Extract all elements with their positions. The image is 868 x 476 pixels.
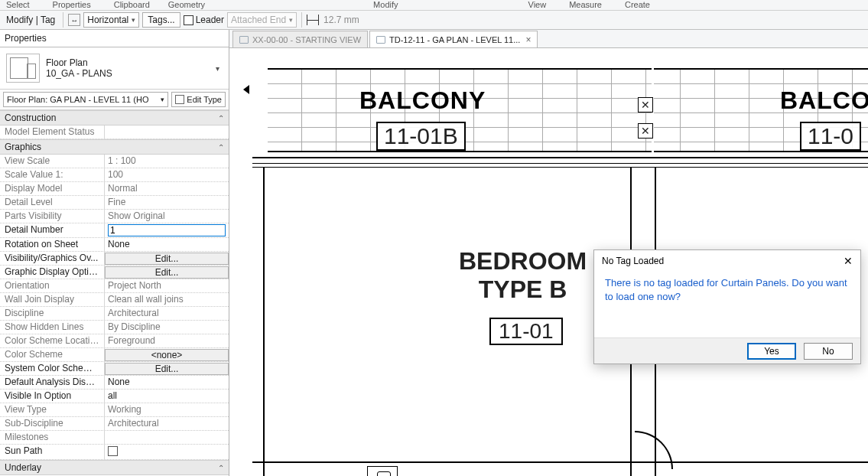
collapse-icon: ⌃ — [218, 464, 224, 472]
prop-sub-discipline[interactable]: Sub-Discipline Architectural — [0, 417, 229, 431]
room-label-balcony: BALCONY — [359, 86, 486, 115]
balcony-wall-hatch — [268, 68, 868, 152]
mode-label: Modify | Tag — [3, 13, 58, 27]
graphic-display-edit-button[interactable]: Edit... — [105, 266, 229, 279]
prop-milestones[interactable]: Milestones — [0, 431, 229, 445]
properties-title-bar: Properties × — [0, 30, 229, 47]
edit-type-icon — [175, 95, 184, 104]
detail-number-input[interactable] — [108, 224, 226, 236]
leader-length-icon — [307, 15, 319, 25]
chevron-down-icon: ▾ — [161, 96, 164, 103]
room-tag-11-01b: 11-01B — [376, 122, 466, 151]
prop-wall-join[interactable]: Wall Join Display Clean all wall joins — [0, 293, 229, 307]
floor-plan-icon — [6, 54, 40, 83]
properties-title: Properties — [5, 33, 47, 44]
properties-panel: Properties × Floor Plan 10_GA - PLANS ▾ … — [0, 30, 229, 476]
orientation-value: Horizontal — [87, 15, 128, 25]
type-family: Floor Plan — [46, 57, 206, 68]
type-name: 10_GA - PLANS — [46, 68, 206, 79]
type-selector[interactable]: Floor Plan 10_GA - PLANS ▾ — [0, 47, 229, 90]
instance-row: Floor Plan: GA PLAN - LEVEL 11 (HO ▾ Edi… — [0, 90, 229, 110]
dialog-title-bar[interactable]: No Tag Loaded ✕ — [594, 250, 860, 272]
prop-graphic-display[interactable]: Graphic Display Optio... Edit... — [0, 266, 229, 279]
leader-checkbox[interactable]: Leader — [184, 12, 224, 28]
view-icon — [376, 36, 385, 44]
room-label-bedroom: BEDROOM TYPE B — [459, 247, 587, 304]
options-bar: Modify | Tag ↔ Horizontal ▾ Tags... Lead… — [0, 10, 868, 30]
group-underlay[interactable]: Underlay ⌃ — [0, 460, 229, 475]
ribbon-panel-create: Create — [625, 0, 650, 9]
prop-sun-path[interactable]: Sun Path — [0, 445, 229, 460]
prop-detail-number[interactable]: Detail Number — [0, 223, 229, 238]
prop-detail-level[interactable]: Detail Level Fine — [0, 196, 229, 210]
instance-selector[interactable]: Floor Plan: GA PLAN - LEVEL 11 (HO ▾ — [3, 92, 168, 107]
close-icon[interactable]: × — [525, 34, 531, 45]
edit-type-button[interactable]: Edit Type — [171, 92, 226, 107]
ribbon-panel-modify: Modify — [373, 0, 398, 9]
orientation-toggle-icon[interactable]: ↔ — [68, 14, 80, 26]
prop-rotation-on-sheet[interactable]: Rotation on Sheet None — [0, 238, 229, 252]
prop-discipline[interactable]: Discipline Architectural — [0, 307, 229, 321]
sun-path-checkbox[interactable] — [108, 446, 118, 456]
close-icon[interactable]: ✕ — [844, 255, 853, 267]
collapse-icon: ⌃ — [218, 143, 224, 152]
dialog-footer: Yes No — [594, 337, 860, 364]
collapse-icon: ⌃ — [218, 114, 224, 122]
chevron-down-icon: ▾ — [213, 61, 223, 76]
prop-display-model[interactable]: Display Model Normal — [0, 182, 229, 196]
system-color-edit-button[interactable]: Edit... — [105, 363, 229, 375]
vg-edit-button[interactable]: Edit... — [105, 253, 229, 265]
ribbon-panel-select: Select — [6, 0, 30, 9]
prop-view-scale[interactable]: View Scale 1 : 100 — [0, 155, 229, 168]
chevron-down-icon: ▾ — [132, 16, 135, 24]
ribbon-panel-properties: Properties — [53, 0, 91, 9]
tags-button[interactable]: Tags... — [142, 12, 180, 28]
prop-view-type[interactable]: View Type Working — [0, 403, 229, 417]
prop-visible-in-option[interactable]: Visible In Option all — [0, 390, 229, 403]
ribbon-panel-measure: Measure — [569, 0, 602, 9]
prop-show-hidden-lines[interactable]: Show Hidden Lines By Discipline — [0, 321, 229, 334]
wall-line — [252, 461, 868, 463]
dialog-title: No Tag Loaded — [602, 256, 664, 266]
room-label-balcony-2: BALCO — [780, 86, 868, 115]
group-construction[interactable]: Construction ⌃ — [0, 110, 229, 126]
prop-parts-visibility[interactable]: Parts Visibility Show Original — [0, 210, 229, 223]
structural-marker-icon — [638, 97, 653, 112]
no-button[interactable]: No — [804, 343, 853, 360]
wall-line — [263, 168, 265, 476]
prop-model-element-status[interactable]: Model Element Status — [0, 126, 229, 139]
room-tag-11-01b-2: 11-0 — [800, 122, 861, 151]
ribbon-panel-clipboard: Clipboard — [114, 0, 150, 9]
structural-marker-icon — [638, 123, 653, 139]
dialog-message: There is no tag loaded for Curtain Panel… — [594, 272, 860, 337]
leader-length-value: 12.7 mm — [323, 15, 359, 25]
ribbon-panel-labels: Select Properties Clipboard Geometry Mod… — [0, 0, 868, 10]
door-swing-arc — [597, 431, 673, 476]
tab-starting-view[interactable]: XX-00-00 - STARTING VIEW — [232, 31, 368, 47]
prop-orientation[interactable]: Orientation Project North — [0, 279, 229, 293]
prop-system-color-schemes[interactable]: System Color Schemes Edit... — [0, 362, 229, 376]
group-graphics[interactable]: Graphics ⌃ — [0, 139, 229, 155]
no-tag-loaded-dialog: No Tag Loaded ✕ There is no tag loaded f… — [593, 249, 861, 364]
tab-ga-plan-level-11[interactable]: TD-12-11 - GA PLAN - LEVEL 11... × — [369, 31, 538, 47]
room-tag-11-01: 11-01 — [489, 318, 563, 345]
color-scheme-button[interactable]: <none> — [105, 349, 229, 361]
orientation-dropdown[interactable]: Horizontal ▾ — [83, 12, 139, 28]
view-tabs: XX-00-00 - STARTING VIEW TD-12-11 - GA P… — [229, 30, 868, 48]
attached-end-dropdown: Attached End ▾ — [227, 12, 297, 28]
checkbox-icon — [184, 15, 193, 25]
ribbon-panel-view: View — [528, 0, 547, 9]
ribbon-panel-geometry: Geometry — [168, 0, 205, 9]
prop-color-scheme-location[interactable]: Color Scheme Location Foreground — [0, 334, 229, 348]
prop-default-analysis-display[interactable]: Default Analysis Displ... None — [0, 376, 229, 390]
prop-color-scheme[interactable]: Color Scheme <none> — [0, 348, 229, 362]
floor-slab-line — [252, 157, 868, 168]
yes-button[interactable]: Yes — [747, 343, 796, 360]
view-icon — [239, 36, 249, 44]
prop-scale-value[interactable]: Scale Value 1: 100 — [0, 168, 229, 182]
section-marker-icon — [243, 85, 249, 94]
prop-visibility-graphics[interactable]: Visibility/Graphics Ov... Edit... — [0, 252, 229, 266]
fixture-symbol — [367, 466, 398, 476]
chevron-down-icon: ▾ — [289, 16, 293, 24]
